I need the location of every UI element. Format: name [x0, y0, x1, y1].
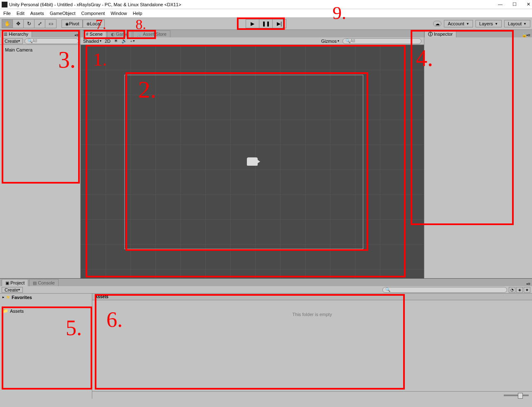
hierarchy-options-icon[interactable]: ▪≡	[73, 33, 80, 37]
cloud-icon[interactable]: ☁	[433, 21, 441, 27]
project-tree: ▸★ Favorites 📁 Assets	[0, 294, 92, 399]
pause-button[interactable]: ❚❚	[259, 20, 273, 28]
camera-gizmo-icon[interactable]	[247, 157, 258, 166]
project-create-dropdown[interactable]: Create ▾	[2, 287, 23, 293]
rotate-tool[interactable]: ↻	[24, 20, 34, 28]
game-tab[interactable]: ◐ Game	[107, 30, 132, 37]
hierarchy-list: Main Camera	[0, 45, 80, 278]
window-title: Unity Personal (64bit) - Untitled - xRay…	[9, 2, 181, 7]
pivot-toggle[interactable]: ◉ Pivot	[62, 20, 83, 28]
inspector-body	[424, 37, 532, 278]
2d-toggle[interactable]: 2D	[105, 39, 111, 44]
asset-store-tab[interactable]: 🛒 Asset Store	[133, 30, 170, 37]
hierarchy-item[interactable]: Main Camera	[3, 47, 77, 53]
thumbnail-size-slider[interactable]	[504, 395, 529, 396]
menu-help[interactable]: Help	[133, 11, 142, 16]
hierarchy-create-dropdown[interactable]: Create ▾	[2, 38, 23, 44]
lighting-toggle-icon[interactable]: ☀	[114, 38, 118, 44]
move-tool[interactable]: ✥	[13, 20, 24, 28]
gizmos-dropdown[interactable]: Gizmos ▾	[321, 39, 339, 44]
hand-tool[interactable]: ✋	[2, 20, 13, 28]
scale-tool[interactable]: ⤢	[34, 20, 45, 28]
menu-assets[interactable]: Assets	[30, 11, 44, 16]
project-footer	[92, 391, 532, 399]
local-toggle[interactable]: ⊕ Local	[83, 20, 104, 28]
scene-view[interactable]	[81, 45, 424, 278]
layout-dropdown[interactable]: Layout ▼	[504, 20, 530, 27]
favorites-item[interactable]: ▸★ Favorites	[0, 294, 92, 301]
close-button[interactable]: ✕	[527, 2, 530, 7]
inspector-tab[interactable]: ⓘ Inspector	[424, 30, 456, 37]
inspector-options-icon[interactable]: 🔒▪≡	[520, 33, 532, 37]
menu-component[interactable]: Component	[81, 11, 105, 16]
unity-logo-icon	[2, 2, 7, 7]
title-bar: Unity Personal (64bit) - Untitled - xRay…	[0, 0, 532, 9]
scene-panel: # Scene ◐ Game 🛒 Asset Store Shaded ▾ 2D…	[81, 30, 424, 278]
hierarchy-search-input[interactable]: 🔍All	[25, 38, 79, 44]
menu-bar: File Edit Assets GameObject Component Wi…	[0, 9, 532, 17]
maximize-button[interactable]: ☐	[512, 2, 517, 7]
search-filter-icon[interactable]: ◔	[509, 287, 515, 293]
play-controls: ▶ ❚❚ ▶|	[246, 19, 286, 28]
account-dropdown[interactable]: Account ▼	[444, 20, 473, 27]
console-tab[interactable]: ▤ Console	[29, 279, 58, 286]
project-panel: ▣ Project ▤ Console ▪≡ Create ▾ 🔍 ◔ ◈ ★ …	[0, 278, 532, 399]
project-tab[interactable]: ▣ Project	[2, 279, 28, 286]
minimize-button[interactable]: —	[498, 2, 502, 7]
audio-toggle-icon[interactable]: 🔊	[121, 38, 127, 44]
search-label-icon[interactable]: ◈	[516, 287, 523, 293]
project-options-icon[interactable]: ▪≡	[525, 282, 532, 286]
shaded-dropdown[interactable]: Shaded ▾	[83, 39, 101, 44]
assets-folder-item[interactable]: 📁 Assets	[0, 307, 92, 314]
inspector-panel: ⓘ Inspector 🔒▪≡	[424, 30, 532, 278]
menu-edit[interactable]: Edit	[17, 11, 25, 16]
hierarchy-tab[interactable]: ☰ Hierarchy	[0, 30, 32, 37]
scene-search-input[interactable]: 🔍All	[342, 38, 421, 44]
hierarchy-panel: ☰ Hierarchy ▪≡ Create ▾ 🔍All Main Camera	[0, 30, 81, 278]
play-button[interactable]: ▶	[246, 20, 259, 28]
step-button[interactable]: ▶|	[273, 20, 286, 28]
empty-folder-label: This folder is empty	[92, 300, 532, 391]
rect-tool[interactable]: ▭	[45, 20, 56, 28]
menu-file[interactable]: File	[3, 11, 11, 16]
main-toolbar: ✋ ✥ ↻ ⤢ ▭ ◉ Pivot ⊕ Local ▶ ❚❚ ▶| ☁ Acco…	[0, 17, 532, 30]
project-search-input[interactable]: 🔍	[382, 287, 507, 293]
camera-frame	[124, 75, 363, 249]
menu-gameobject[interactable]: GameObject	[50, 11, 76, 16]
scene-tab[interactable]: # Scene	[82, 30, 106, 37]
search-star-icon[interactable]: ★	[524, 287, 530, 293]
transform-tools: ✋ ✥ ↻ ⤢ ▭	[2, 19, 57, 28]
fx-toggle-icon[interactable]: ▫ ▾	[131, 39, 135, 44]
layers-dropdown[interactable]: Layers ▼	[475, 20, 502, 27]
menu-window[interactable]: Window	[111, 11, 127, 16]
project-breadcrumb[interactable]: Assets	[92, 294, 532, 300]
